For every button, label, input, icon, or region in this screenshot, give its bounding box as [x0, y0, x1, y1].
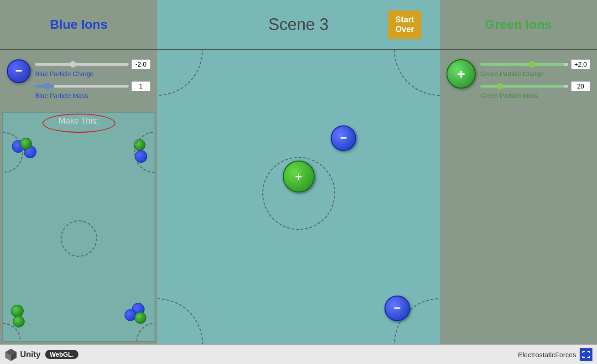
- unity-logo-area: Unity WebGL.: [5, 348, 78, 361]
- green-mass-slider-row: 20: [480, 81, 590, 91]
- blue-charge-slider-row: -2.0: [35, 59, 151, 69]
- blue-mass-slider[interactable]: [35, 85, 129, 88]
- green-ions-header: Green Ions: [440, 0, 597, 50]
- green-controls-area: + +2.0 Green Particle Charge 20: [440, 50, 597, 110]
- blue-charge-slider[interactable]: [35, 63, 129, 66]
- scene-arc-tl: [157, 50, 203, 96]
- scene-green-particle-1[interactable]: +: [283, 161, 315, 192]
- blue-ions-header: Blue Ions: [0, 0, 157, 50]
- green-mass-label: Green Particle Mass: [480, 92, 590, 99]
- start-over-button[interactable]: StartOver: [388, 10, 421, 39]
- scene-green-1-plus: +: [295, 171, 302, 182]
- make-this-label: Make This:: [59, 116, 99, 126]
- scene-blue-2-minus: −: [394, 302, 400, 314]
- green-plus-sign: +: [457, 67, 465, 81]
- goal-area: Make This:: [2, 112, 156, 342]
- content-area: − -2.0 Blue Particle Charge 1: [0, 50, 597, 344]
- scene-arc-tr: [394, 50, 440, 96]
- goal-green-5: [135, 312, 146, 324]
- bottom-bar: Unity WebGL. ElectrostaticForces: [0, 344, 597, 364]
- fullscreen-icon: [582, 351, 590, 358]
- top-bar: Blue Ions Scene 3 StartOver Green Ions: [0, 0, 597, 50]
- green-ions-title: Green Ions: [485, 17, 551, 32]
- green-sliders-group: +2.0 Green Particle Charge 20 Green Part…: [480, 59, 590, 103]
- left-panel: − -2.0 Blue Particle Charge 1: [0, 50, 157, 344]
- blue-charge-value: -2.0: [131, 59, 151, 69]
- goal-center-circle: [61, 220, 97, 257]
- right-lower-area: [440, 110, 597, 344]
- webgl-label: WebGL.: [45, 350, 78, 359]
- main-layout: Blue Ions Scene 3 StartOver Green Ions −: [0, 0, 597, 364]
- goal-corner-arc-tr: [134, 132, 156, 173]
- blue-minus-sign: −: [15, 65, 22, 77]
- blue-ions-title: Blue Ions: [50, 17, 107, 32]
- scene-blue-particle-1[interactable]: −: [331, 125, 356, 151]
- blue-mass-slider-row: 1: [35, 81, 151, 91]
- green-charge-value: +2.0: [571, 59, 590, 69]
- green-charge-label: Green Particle Charge: [480, 70, 590, 78]
- blue-sliders-group: -2.0 Blue Particle Charge 1 Blue Particl…: [35, 59, 151, 103]
- blue-particle-controls: − -2.0 Blue Particle Charge 1: [7, 59, 151, 103]
- green-mass-slider[interactable]: [480, 85, 568, 88]
- blue-charge-label: Blue Particle Charge: [35, 70, 151, 78]
- green-charge-slider-row: +2.0: [480, 59, 590, 69]
- right-panel: + +2.0 Green Particle Charge 20: [440, 50, 597, 344]
- app-label: ElectrostaticForces: [518, 351, 576, 359]
- green-particle-icon: +: [446, 59, 476, 88]
- scene-title: Scene 3: [268, 15, 328, 34]
- blue-mass-value: 1: [131, 81, 151, 91]
- scene-blue-particle-2[interactable]: −: [384, 296, 410, 321]
- scene-arc-bl: [157, 298, 203, 344]
- fullscreen-button[interactable]: [580, 348, 592, 361]
- green-particle-controls: + +2.0 Green Particle Charge 20: [446, 59, 590, 103]
- green-charge-slider[interactable]: [480, 63, 568, 66]
- scene-blue-1-minus: −: [340, 132, 347, 144]
- blue-mass-label: Blue Particle Mass: [35, 92, 151, 99]
- scene-header: Scene 3 StartOver: [157, 0, 440, 50]
- unity-label: Unity: [20, 350, 41, 359]
- goal-green-4: [13, 316, 25, 328]
- goal-corner-arc-tl: [2, 132, 23, 173]
- blue-particle-icon: −: [7, 59, 31, 83]
- unity-cube-icon: [5, 348, 17, 361]
- green-mass-value: 20: [571, 81, 590, 91]
- blue-controls-area: − -2.0 Blue Particle Charge 1: [0, 50, 157, 110]
- goal-corner-arc-br: [136, 323, 156, 342]
- app-info-area: ElectrostaticForces: [518, 348, 592, 361]
- scene-area[interactable]: − + −: [157, 50, 440, 344]
